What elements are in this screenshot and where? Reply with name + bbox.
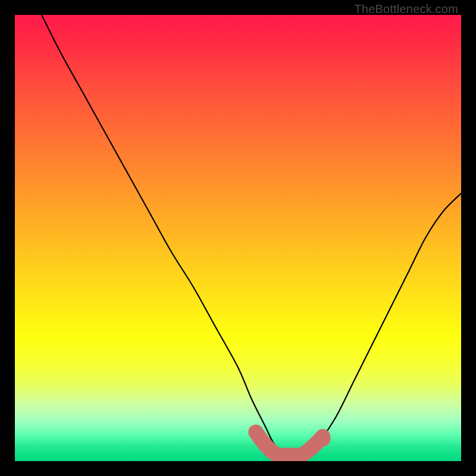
highlight-layer [256,431,331,456]
chart-plot-area [15,15,461,461]
chart-frame: TheBottleneck.com [0,0,476,476]
watermark-text: TheBottleneck.com [354,2,458,16]
chart-svg [15,15,461,461]
highlight-end-dot [315,431,331,447]
curve-layer [42,15,461,457]
highlight-band-path [256,432,323,455]
bottleneck-curve-path [42,15,461,457]
